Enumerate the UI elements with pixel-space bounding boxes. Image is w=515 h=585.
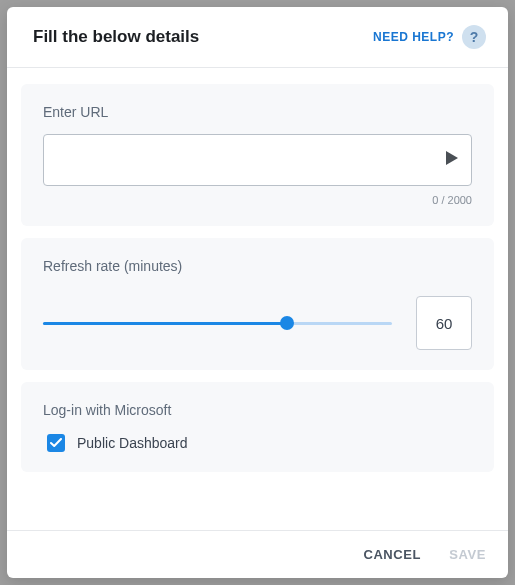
url-section: Enter URL 0 / 2000 — [21, 84, 494, 226]
help-link[interactable]: NEED HELP? ? — [373, 25, 486, 49]
refresh-slider[interactable] — [43, 313, 392, 333]
cancel-button[interactable]: CANCEL — [363, 547, 421, 562]
modal-footer: CANCEL SAVE — [7, 530, 508, 578]
login-section: Log-in with Microsoft Public Dashboard — [21, 382, 494, 472]
help-icon: ? — [462, 25, 486, 49]
modal-title: Fill the below details — [33, 27, 199, 47]
checkbox-icon — [47, 434, 65, 452]
refresh-section: Refresh rate (minutes) — [21, 238, 494, 370]
help-label: NEED HELP? — [373, 30, 454, 44]
slider-thumb[interactable] — [280, 316, 294, 330]
play-icon[interactable] — [446, 151, 458, 169]
public-dashboard-checkbox[interactable]: Public Dashboard — [43, 434, 472, 452]
url-input-wrap — [43, 134, 472, 186]
url-input[interactable] — [43, 134, 472, 186]
login-label: Log-in with Microsoft — [43, 402, 472, 418]
checkbox-label: Public Dashboard — [77, 435, 188, 451]
refresh-value-input[interactable] — [416, 296, 472, 350]
refresh-row — [43, 296, 472, 350]
char-counter: 0 / 2000 — [43, 194, 472, 206]
modal-header: Fill the below details NEED HELP? ? — [7, 7, 508, 68]
url-label: Enter URL — [43, 104, 472, 120]
save-button[interactable]: SAVE — [449, 547, 486, 562]
modal-dialog: Fill the below details NEED HELP? ? Ente… — [7, 7, 508, 578]
slider-fill — [43, 322, 287, 325]
refresh-label: Refresh rate (minutes) — [43, 258, 472, 274]
modal-body: Enter URL 0 / 2000 Refresh rate (minutes… — [7, 68, 508, 530]
